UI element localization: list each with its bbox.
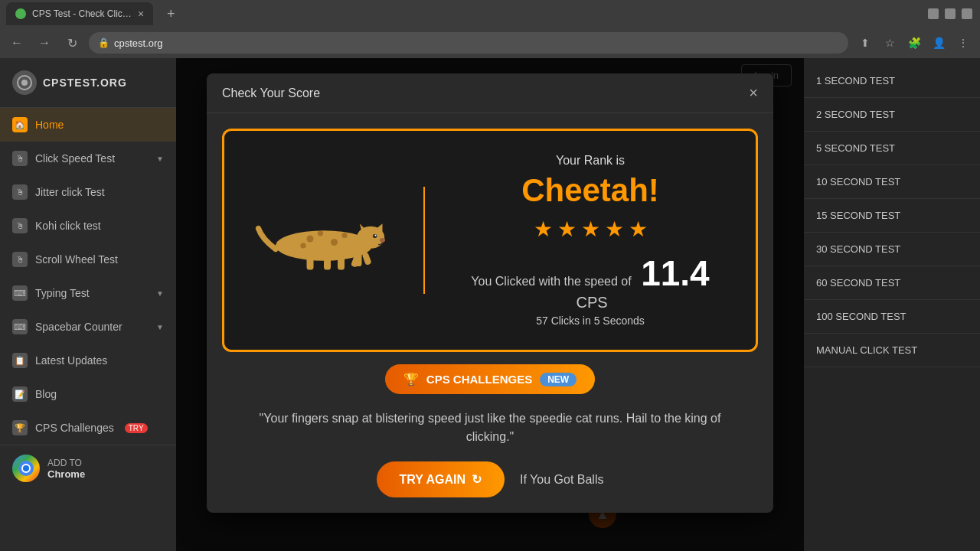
click-icon: 🖱 xyxy=(12,151,28,166)
right-item-30sec[interactable]: 30 SECOND TEST xyxy=(804,233,980,266)
sidebar-logo-text: CPSTEST.ORG xyxy=(43,77,127,89)
chrome-add-label: ADD TO xyxy=(47,458,82,468)
quote-text: "Your fingers snap at blistering speed j… xyxy=(222,409,758,446)
svg-rect-18 xyxy=(307,256,314,270)
speed-value: 11.4 xyxy=(641,253,710,293)
modal-header: Check Your Score × xyxy=(207,73,773,113)
right-item-manual[interactable]: MANUAL CLICK TEST xyxy=(804,334,980,367)
score-card: Your Rank is Cheetah! ★ ★ ★ ★ ★ You Clic… xyxy=(222,129,758,352)
speed-prefix: You Clicked with the speed of xyxy=(471,275,631,288)
bookmark-button[interactable]: ☆ xyxy=(879,32,900,54)
sidebar-item-blog-label: Blog xyxy=(35,388,57,400)
sidebar-item-scroll-wheel[interactable]: 🖱 Scroll Wheel Test xyxy=(0,243,176,276)
click-info: 57 Clicks in 5 Seconds xyxy=(456,315,725,327)
sidebar-item-jitter-label: Jitter click Test xyxy=(35,186,105,198)
challenges-icon: 🏆 xyxy=(12,420,28,435)
sidebar-item-updates-label: Latest Updates xyxy=(35,354,107,367)
chrome-icon xyxy=(12,455,40,482)
sidebar-item-click-speed-test[interactable]: 🖱 Click Speed Test ▼ xyxy=(0,142,176,175)
svg-point-2 xyxy=(21,80,28,86)
sidebar: CPSTEST.ORG 🏠 Home 🖱 Click Speed Test ▼ … xyxy=(0,58,176,551)
try-badge: TRY xyxy=(125,423,148,433)
right-item-60sec[interactable]: 60 SECOND TEST xyxy=(804,266,980,300)
window-close[interactable] xyxy=(962,8,972,19)
sidebar-item-typing-test[interactable]: ⌨ Typing Test ▼ xyxy=(0,276,176,310)
tab-favicon xyxy=(15,8,26,19)
try-again-icon: ↻ xyxy=(472,472,482,487)
menu-button[interactable]: ⋮ xyxy=(952,32,974,54)
stars-row: ★ ★ ★ ★ ★ xyxy=(456,217,725,242)
browser-tab[interactable]: CPS Test - Check Clicks per Secc × xyxy=(6,2,153,25)
home-icon: 🏠 xyxy=(12,117,28,132)
challenges-btn-icon: 🏆 xyxy=(403,372,419,386)
cps-challenges-button[interactable]: 🏆 CPS CHALLENGES NEW xyxy=(385,364,595,394)
right-item-5sec[interactable]: 5 SECOND TEST xyxy=(804,132,980,165)
svg-point-10 xyxy=(373,234,377,238)
challenges-new-badge: NEW xyxy=(540,373,577,386)
blog-icon: 📝 xyxy=(12,386,28,402)
sidebar-item-home-label: Home xyxy=(35,119,64,131)
try-again-button[interactable]: TRY AGAIN ↻ xyxy=(377,461,505,497)
profile-button[interactable]: 👤 xyxy=(928,32,949,54)
share-button[interactable]: ⬆ xyxy=(854,32,876,54)
sidebar-item-kohi-click[interactable]: 🖱 Kohi click test xyxy=(0,209,176,243)
rank-label: Your Rank is xyxy=(456,154,725,168)
typing-arrow-icon: ▼ xyxy=(156,289,164,298)
tab-title: CPS Test - Check Clicks per Secc xyxy=(32,8,132,19)
window-minimize[interactable] xyxy=(928,8,939,19)
challenges-btn-label: CPS CHALLENGES xyxy=(426,373,532,386)
svg-point-15 xyxy=(331,239,338,246)
challenges-btn-row: 🏆 CPS CHALLENGES NEW xyxy=(222,364,758,394)
speed-text: You Clicked with the speed of 11.4 CPS xyxy=(456,253,725,311)
star-5: ★ xyxy=(629,217,648,242)
page-content: CPSTEST.ORG 🏠 Home 🖱 Click Speed Test ▼ … xyxy=(0,58,980,551)
right-item-10sec[interactable]: 10 SECOND TEST xyxy=(804,165,980,199)
svg-rect-22 xyxy=(362,252,372,266)
right-sidebar: 1 SECOND TEST 2 SECOND TEST 5 SECOND TES… xyxy=(804,58,980,551)
address-url: cpstest.org xyxy=(114,37,163,49)
chrome-action-label: Chrome xyxy=(47,468,85,480)
right-item-1sec[interactable]: 1 SECOND TEST xyxy=(804,64,980,98)
sidebar-item-challenges-label: CPS Challenges xyxy=(35,422,114,434)
browser-nav: ← → ↻ 🔒 cpstest.org ⬆ ☆ 🧩 👤 ⋮ xyxy=(0,28,980,58)
browser-titlebar: CPS Test - Check Clicks per Secc × + xyxy=(0,0,980,28)
sidebar-item-cps-challenges[interactable]: 🏆 CPS Challenges TRY xyxy=(0,411,176,445)
modal-close-button[interactable]: × xyxy=(749,84,758,102)
chrome-promo[interactable]: ADD TO Chrome xyxy=(0,445,176,491)
star-2: ★ xyxy=(557,217,577,242)
sidebar-item-scroll-label: Scroll Wheel Test xyxy=(35,253,118,266)
right-item-100sec[interactable]: 100 SECOND TEST xyxy=(804,300,980,334)
browser-chrome: CPS Test - Check Clicks per Secc × + ← →… xyxy=(0,0,980,58)
sidebar-item-typing-label: Typing Test xyxy=(35,287,90,299)
sidebar-item-home[interactable]: 🏠 Home xyxy=(0,108,176,142)
star-4: ★ xyxy=(605,217,624,242)
star-3: ★ xyxy=(581,217,600,242)
right-item-2sec[interactable]: 2 SECOND TEST xyxy=(804,98,980,132)
try-again-label: TRY AGAIN xyxy=(400,473,466,487)
sidebar-item-spacebar[interactable]: ⌨ Spacebar Counter ▼ xyxy=(0,310,176,344)
updates-icon: 📋 xyxy=(12,353,28,368)
sidebar-item-jitter-click[interactable]: 🖱 Jitter click Test xyxy=(0,175,176,209)
sidebar-item-blog[interactable]: 📝 Blog xyxy=(0,377,176,411)
svg-point-14 xyxy=(318,230,323,236)
new-tab-button[interactable]: + xyxy=(159,2,182,25)
address-bar[interactable]: 🔒 cpstest.org xyxy=(89,32,848,54)
right-item-15sec[interactable]: 15 SECOND TEST xyxy=(804,199,980,233)
svg-point-12 xyxy=(380,238,385,242)
tab-close-button[interactable]: × xyxy=(138,8,144,20)
extensions-button[interactable]: 🧩 xyxy=(903,32,925,54)
sidebar-item-latest-updates[interactable]: 📋 Latest Updates xyxy=(0,344,176,377)
back-button[interactable]: ← xyxy=(6,32,28,54)
reload-button[interactable]: ↻ xyxy=(61,32,83,54)
svg-point-11 xyxy=(375,235,377,236)
star-1: ★ xyxy=(534,217,553,242)
jitter-icon: 🖱 xyxy=(12,184,28,200)
svg-point-0 xyxy=(17,10,24,18)
sidebar-item-spacebar-label: Spacebar Counter xyxy=(35,321,122,333)
svg-point-16 xyxy=(341,233,347,238)
main-content: Login Check Your Score × xyxy=(176,58,804,551)
window-maximize[interactable] xyxy=(945,8,956,19)
forward-button[interactable]: → xyxy=(34,32,55,54)
svg-rect-20 xyxy=(338,256,345,270)
cheetah-image xyxy=(255,204,393,273)
